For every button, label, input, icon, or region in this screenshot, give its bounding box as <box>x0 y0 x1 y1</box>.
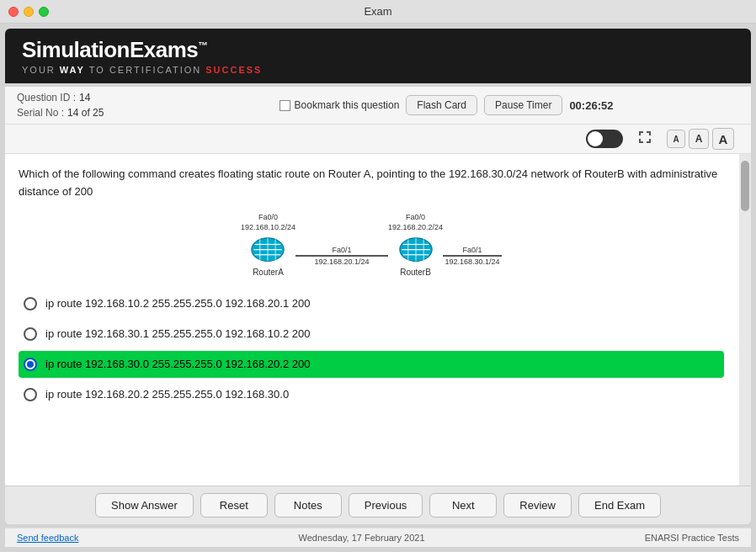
link-line <box>295 255 388 257</box>
option-a-text: ip route 192.168.10.2 255.255.255.0 192.… <box>45 297 310 310</box>
font-small-button[interactable]: A <box>667 130 685 148</box>
titlebar: Exam <box>0 0 756 24</box>
router-b-icon <box>397 235 435 265</box>
radio-b[interactable] <box>24 327 37 341</box>
maximize-button[interactable] <box>39 7 49 17</box>
notes-button[interactable]: Notes <box>274 493 342 518</box>
router-a-label: RouterA <box>253 268 284 277</box>
tagline: YOUR WAY TO CERTIFICATION SUCCESS <box>22 65 734 75</box>
router-b-block: Fa0/0 192.168.20.2/24 RouterB <box>388 213 443 277</box>
radio-d[interactable] <box>24 388 37 401</box>
app-footer: Send feedback Wednesday, 17 February 202… <box>5 528 751 547</box>
traffic-lights <box>8 7 49 17</box>
question-text: Which of the following command creates f… <box>19 166 737 201</box>
diagram-inner: Fa0/0 192.168.10.2/24 RouterA <box>241 213 502 277</box>
toggle-switch[interactable] <box>586 130 623 148</box>
brand-name: SimulationExams™ <box>22 37 734 63</box>
flash-card-button[interactable]: Flash Card <box>406 95 477 115</box>
end-exam-button[interactable]: End Exam <box>578 493 661 518</box>
scrollbar[interactable] <box>739 154 751 486</box>
bookmark-label: Bookmark this question <box>295 99 400 111</box>
link-ip: 192.168.20.1/24 <box>314 257 369 266</box>
router-b-label: RouterB <box>400 268 431 277</box>
toolbar-question-info: Question ID : 14 Serial No : 14 of 25 <box>17 92 152 119</box>
router-b-fa00-label: Fa0/0 <box>406 213 425 221</box>
scrollbar-thumb <box>741 161 749 211</box>
right-link-block: Fa0/1 192.168.30.1/24 <box>443 224 502 266</box>
main-container: SimulationExams™ YOUR WAY TO CERTIFICATI… <box>0 24 756 552</box>
app-header: SimulationExams™ YOUR WAY TO CERTIFICATI… <box>5 29 751 83</box>
router-a-icon <box>248 235 287 265</box>
bookmark-wrap: Bookmark this question <box>280 99 400 111</box>
question-id-value: 14 <box>79 92 90 104</box>
reset-button[interactable]: Reset <box>200 493 268 518</box>
toolbar-row2: A A A <box>5 125 751 154</box>
radio-a[interactable] <box>24 297 37 310</box>
network-diagram: Fa0/0 192.168.10.2/24 RouterA <box>19 213 737 277</box>
option-d-text: ip route 192.168.20.2 255.255.255.0 192.… <box>45 388 289 401</box>
content-area: Question ID : 14 Serial No : 14 of 25 Bo… <box>5 87 751 524</box>
options-list: ip route 192.168.10.2 255.255.255.0 192.… <box>19 290 737 408</box>
router-a-block: Fa0/0 192.168.10.2/24 RouterA <box>241 213 295 277</box>
next-button[interactable]: Next <box>429 493 497 518</box>
footer-date: Wednesday, 17 February 2021 <box>299 533 425 543</box>
option-c[interactable]: ip route 192.168.30.0 255.255.255.0 192.… <box>19 351 724 378</box>
link-fa01-label: Fa0/1 <box>332 246 351 254</box>
router-a-fa00-label: Fa0/0 <box>258 213 278 221</box>
right-fa01-label: Fa0/1 <box>463 246 482 254</box>
option-d[interactable]: ip route 192.168.20.2 255.255.255.0 192.… <box>19 381 724 408</box>
link-block: Fa0/1 192.168.20.1/24 <box>295 224 388 266</box>
question-area: Which of the following command creates f… <box>5 154 751 486</box>
expand-icon[interactable] <box>636 129 653 150</box>
option-c-text: ip route 192.168.30.0 255.255.255.0 192.… <box>45 358 310 370</box>
serial-label: Serial No : <box>17 107 64 119</box>
feedback-link[interactable]: Send feedback <box>17 533 78 543</box>
pause-timer-button[interactable]: Pause Timer <box>484 95 562 115</box>
window-title: Exam <box>364 5 391 18</box>
minimize-button[interactable] <box>24 7 34 17</box>
footer-brand: ENARSI Practice Tests <box>645 533 739 543</box>
option-b[interactable]: ip route 192.168.30.1 255.255.255.0 192.… <box>19 321 724 348</box>
option-b-text: ip route 192.168.30.1 255.255.255.0 192.… <box>45 327 310 340</box>
router-a-fa00-ip: 192.168.10.2/24 <box>241 223 295 231</box>
option-a[interactable]: ip route 192.168.10.2 255.255.255.0 192.… <box>19 290 724 317</box>
right-link-line <box>443 255 502 257</box>
font-size-buttons: A A A <box>667 128 734 150</box>
font-large-button[interactable]: A <box>712 128 734 150</box>
font-medium-button[interactable]: A <box>689 129 709 149</box>
toolbar: Question ID : 14 Serial No : 14 of 25 Bo… <box>5 87 751 125</box>
close-button[interactable] <box>8 7 19 17</box>
toolbar-center: Bookmark this question Flash Card Pause … <box>160 95 739 115</box>
show-answer-button[interactable]: Show Answer <box>95 493 194 518</box>
question-id-row: Question ID : 14 <box>17 92 152 104</box>
question-id-label: Question ID : <box>17 92 76 104</box>
review-button[interactable]: Review <box>503 493 572 518</box>
bottom-toolbar: Show Answer Reset Notes Previous Next Re… <box>5 486 751 524</box>
router-b-fa00-ip: 192.168.20.2/24 <box>388 223 443 231</box>
timer-display: 00:26:52 <box>569 99 620 112</box>
bookmark-checkbox[interactable] <box>280 100 290 111</box>
right-fa01-ip: 192.168.30.1/24 <box>445 257 500 266</box>
radio-c[interactable] <box>24 358 37 371</box>
serial-value: 14 of 25 <box>67 107 104 119</box>
serial-row: Serial No : 14 of 25 <box>17 107 152 119</box>
previous-button[interactable]: Previous <box>349 493 423 518</box>
